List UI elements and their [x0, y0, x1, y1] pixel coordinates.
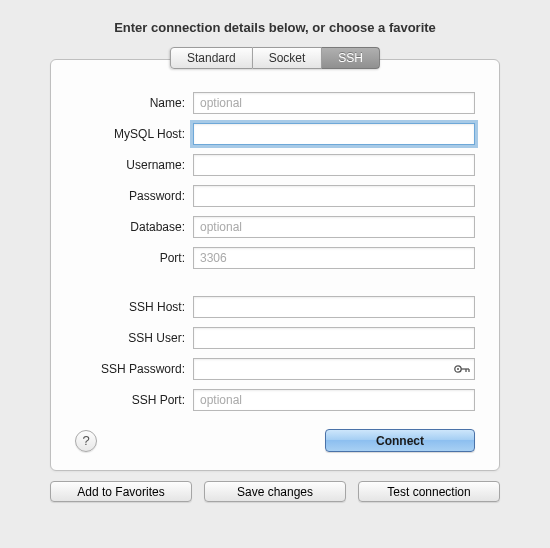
ssh-host-field[interactable] — [193, 296, 475, 318]
mysql-host-field[interactable] — [193, 123, 475, 145]
action-buttons: Add to Favorites Save changes Test conne… — [50, 481, 500, 502]
test-connection-button[interactable]: Test connection — [358, 481, 500, 502]
ssh-password-label: SSH Password: — [75, 362, 193, 376]
save-changes-button[interactable]: Save changes — [204, 481, 346, 502]
tab-socket[interactable]: Socket — [253, 47, 323, 69]
mysql-host-label: MySQL Host: — [75, 127, 193, 141]
ssh-port-field[interactable] — [193, 389, 475, 411]
add-to-favorites-button[interactable]: Add to Favorites — [50, 481, 192, 502]
connect-button[interactable]: Connect — [325, 429, 475, 452]
database-field[interactable] — [193, 216, 475, 238]
page-title: Enter connection details below, or choos… — [114, 20, 436, 35]
port-label: Port: — [75, 251, 193, 265]
ssh-user-field[interactable] — [193, 327, 475, 349]
connection-tabs: Standard Socket SSH — [170, 47, 380, 69]
ssh-host-label: SSH Host: — [75, 300, 193, 314]
ssh-user-label: SSH User: — [75, 331, 193, 345]
svg-point-1 — [457, 368, 459, 370]
help-button[interactable]: ? — [75, 430, 97, 452]
database-label: Database: — [75, 220, 193, 234]
username-field[interactable] — [193, 154, 475, 176]
password-field[interactable] — [193, 185, 475, 207]
key-icon[interactable] — [454, 363, 470, 375]
connection-panel: Standard Socket SSH Name: MySQL Host: Us… — [50, 59, 500, 471]
tab-ssh[interactable]: SSH — [322, 47, 380, 69]
ssh-port-label: SSH Port: — [75, 393, 193, 407]
ssh-password-field[interactable] — [193, 358, 475, 380]
tab-standard[interactable]: Standard — [170, 47, 253, 69]
name-label: Name: — [75, 96, 193, 110]
name-field[interactable] — [193, 92, 475, 114]
port-field[interactable] — [193, 247, 475, 269]
password-label: Password: — [75, 189, 193, 203]
username-label: Username: — [75, 158, 193, 172]
